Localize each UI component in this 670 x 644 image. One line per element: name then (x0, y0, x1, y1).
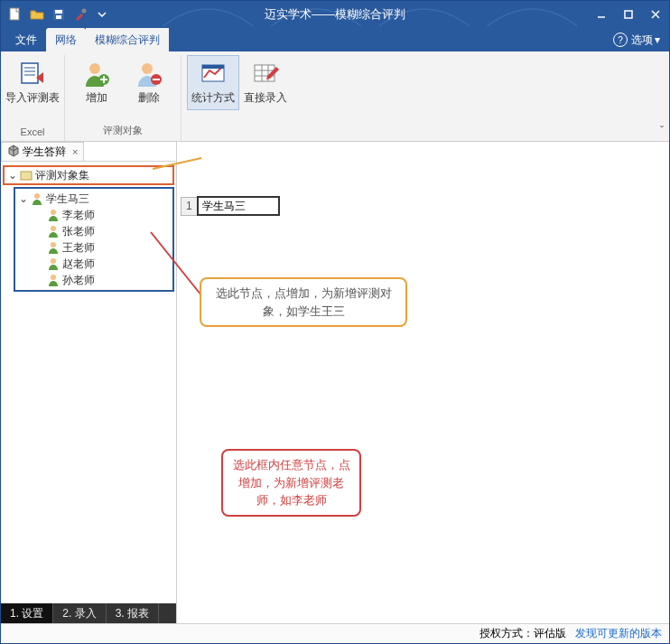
svg-point-32 (51, 226, 56, 231)
menubar: 文件 网络 模糊综合评判 ? 选项▾ (1, 28, 669, 51)
update-link[interactable]: 发现可更新的版本 (575, 626, 662, 641)
tree-root-highlight: ⌄ 评测对象集 (3, 165, 174, 185)
quick-access-toolbar (1, 5, 111, 23)
qat-dropdown-button[interactable] (93, 5, 111, 23)
svg-point-35 (51, 275, 56, 280)
help-icon[interactable]: ? (613, 33, 628, 47)
body-area: 选此节点，点增加，为新增评测对象，如学生王三 选此框内任意节点，点增加，为新增评… (1, 142, 669, 623)
stat-method-button[interactable]: 统计方式 (187, 55, 239, 110)
callout-red: 选此框内任意节点，点增加，为新增评测老师，如李老师 (221, 449, 361, 517)
minimize-button[interactable] (588, 1, 615, 28)
btab-report[interactable]: 3. 报表 (107, 603, 159, 623)
qat-save-button[interactable] (50, 5, 68, 23)
edit-table-icon (251, 60, 280, 89)
grid-cell[interactable]: 学生马三 (198, 197, 279, 215)
window-controls (588, 1, 669, 28)
ribbon-group-excel-label: Excel (21, 125, 45, 141)
direct-entry-button[interactable]: 直接录入 (239, 55, 292, 110)
menu-file[interactable]: 文件 (6, 28, 46, 51)
tree-toggle-student[interactable]: ⌄ (17, 192, 30, 205)
auth-mode-label: 授权方式：评估版 (479, 626, 566, 641)
user-icon (46, 240, 60, 255)
data-grid[interactable]: 1 学生马三 (181, 196, 280, 216)
tree-teacher-node[interactable]: 赵老师 (33, 256, 171, 272)
btab-entry[interactable]: 2. 录入 (53, 603, 106, 623)
ribbon-group-target: 增加 删除 评测对象 (65, 55, 181, 141)
tree-student-highlight: ⌄ 学生马三 李老师 张老师 王老师 赵老师 孙老师 (14, 187, 174, 292)
svg-rect-3 (56, 15, 61, 19)
ribbon-group-target-label: 评测对象 (103, 122, 143, 141)
svg-point-17 (142, 63, 153, 74)
user-icon (46, 224, 60, 238)
svg-point-33 (51, 242, 56, 247)
panel-tabbar: 学生答辩 × (1, 142, 176, 162)
svg-rect-21 (202, 65, 224, 69)
svg-point-34 (51, 258, 56, 264)
qat-new-button[interactable] (6, 5, 24, 23)
svg-rect-9 (22, 63, 38, 83)
options-button[interactable]: 选项▾ (631, 33, 660, 48)
svg-point-4 (82, 9, 87, 14)
tree-teachers: 李老师 张老师 王老师 赵老师 孙老师 (17, 207, 171, 288)
svg-point-13 (89, 63, 100, 74)
tree-view: ⌄ 评测对象集 ⌄ 学生马三 李老师 张老师 王老师 赵 (1, 162, 176, 603)
svg-rect-2 (55, 10, 62, 14)
menu-fuzzy[interactable]: 模糊综合评判 (86, 28, 169, 51)
window-title: 迈实学术——模糊综合评判 (265, 6, 405, 23)
user-icon (30, 191, 44, 206)
row-header: 1 (181, 197, 198, 215)
ribbon-collapse-button[interactable]: ˇ (660, 125, 664, 137)
tree-root-node[interactable]: ⌄ 评测对象集 (6, 167, 171, 183)
callout-orange: 选此节点，点增加，为新增评测对象，如学生王三 (200, 277, 407, 327)
tree-teacher-node[interactable]: 王老师 (33, 239, 171, 256)
import-icon (18, 60, 47, 89)
panel-tab-label: 学生答辩 (23, 145, 66, 160)
user-icon (46, 257, 60, 271)
svg-rect-0 (10, 8, 19, 20)
svg-rect-29 (21, 172, 32, 180)
tree-teacher-node[interactable]: 李老师 (33, 207, 171, 223)
right-panel: 1 学生马三 (177, 142, 669, 623)
tree-teacher-node[interactable]: 孙老师 (33, 272, 171, 288)
menu-network[interactable]: 网络 (46, 28, 86, 51)
tab-close-button[interactable]: × (72, 146, 78, 157)
close-button[interactable] (642, 1, 669, 28)
svg-point-31 (51, 210, 56, 215)
maximize-button[interactable] (615, 1, 642, 28)
user-icon (46, 273, 60, 287)
qat-tools-button[interactable] (71, 5, 89, 23)
tree-student-node[interactable]: ⌄ 学生马三 (17, 191, 171, 207)
statusbar: 授权方式：评估版 发现可更新的版本 (1, 623, 669, 643)
cube-icon (7, 145, 20, 160)
left-panel: 学生答辩 × ⌄ 评测对象集 ⌄ 学生马三 (1, 142, 177, 623)
bottom-tabs: 1. 设置 2. 录入 3. 报表 (1, 603, 176, 623)
ribbon-group-misc: 统计方式 直接录入 (181, 55, 297, 141)
add-user-icon (82, 60, 111, 89)
delete-user-icon (135, 60, 163, 89)
qat-open-button[interactable] (28, 5, 46, 23)
ribbon: 导入评测表 Excel 增加 删除 评测对象 (1, 51, 669, 142)
svg-rect-6 (625, 11, 632, 18)
tree-toggle-root[interactable]: ⌄ (6, 169, 19, 182)
add-button[interactable]: 增加 (70, 55, 123, 110)
table-row[interactable]: 1 学生马三 (181, 197, 279, 215)
user-icon (46, 208, 60, 222)
svg-point-30 (34, 193, 40, 199)
chevron-down-icon: ▾ (655, 33, 660, 46)
app-window: 迈实学术——模糊综合评判 文件 网络 模糊综合评判 ? 选项▾ 导入评测表 Ex… (0, 0, 670, 644)
ribbon-group-excel: 导入评测表 Excel (1, 55, 65, 141)
titlebar: 迈实学术——模糊综合评判 (1, 1, 669, 28)
chart-icon (199, 60, 228, 89)
import-button[interactable]: 导入评测表 (6, 55, 59, 110)
delete-button[interactable]: 删除 (123, 55, 175, 110)
folder-icon (19, 168, 33, 182)
tree-teacher-node[interactable]: 张老师 (33, 223, 171, 239)
panel-tab[interactable]: 学生答辩 × (1, 142, 84, 161)
btab-settings[interactable]: 1. 设置 (1, 603, 53, 623)
